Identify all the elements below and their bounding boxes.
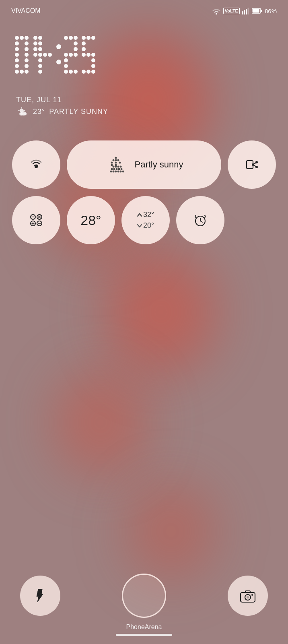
temp-low: 20°: [137, 220, 154, 231]
svg-point-85: [120, 166, 122, 168]
home-button[interactable]: [122, 574, 166, 618]
bottom-label: PhoneArena: [0, 623, 288, 631]
svg-point-35: [38, 70, 42, 74]
alarm-icon: [193, 213, 208, 228]
svg-point-92: [113, 171, 115, 173]
svg-point-37: [56, 60, 61, 64]
svg-point-76: [117, 159, 119, 161]
svg-point-84: [117, 166, 119, 168]
hotspot-icon: [28, 156, 45, 173]
svg-point-78: [115, 162, 117, 164]
svg-point-50: [74, 70, 78, 74]
current-temp: 28°: [80, 213, 101, 228]
weather-header-line: 23° PARTLY SUNNY: [16, 107, 272, 116]
camera-icon: [240, 588, 256, 604]
svg-point-24: [38, 36, 42, 40]
svg-point-89: [118, 168, 120, 170]
svg-point-18: [15, 64, 19, 68]
temp-header: 23°: [33, 107, 45, 116]
widget-row-1: Partly sunny: [12, 140, 276, 189]
flashlight-button[interactable]: [20, 576, 60, 616]
svg-point-95: [120, 171, 122, 173]
svg-point-74: [115, 159, 117, 161]
home-indicator: [116, 634, 172, 636]
svg-point-62: [86, 70, 91, 74]
svg-point-38: [64, 36, 68, 40]
svg-point-20: [15, 70, 19, 74]
alarm-widget[interactable]: [176, 196, 224, 244]
svg-point-25: [33, 41, 37, 45]
weather-widget[interactable]: Partly sunny: [67, 140, 221, 189]
svg-point-42: [74, 47, 78, 51]
camera-button[interactable]: [228, 576, 268, 616]
svg-point-17: [25, 58, 29, 62]
svg-point-27: [33, 47, 37, 51]
svg-point-96: [122, 171, 124, 173]
clock-display: [0, 18, 288, 88]
svg-point-60: [91, 64, 95, 68]
battery-percent: 86%: [265, 8, 277, 14]
svg-point-48: [64, 70, 68, 74]
bottom-actions: [0, 574, 288, 618]
svg-point-28: [38, 47, 42, 51]
wifi-icon: [212, 7, 221, 14]
svg-point-80: [111, 164, 113, 166]
apps-widget[interactable]: [12, 196, 60, 244]
svg-point-40: [74, 36, 78, 40]
svg-point-119: [251, 594, 253, 596]
svg-point-45: [74, 53, 78, 57]
temp-range: 32° 20°: [137, 209, 154, 231]
apps-icon: [28, 212, 45, 229]
svg-point-12: [15, 47, 19, 51]
weather-header-icon: [16, 107, 29, 116]
svg-point-56: [82, 53, 86, 57]
svg-point-73: [115, 157, 117, 159]
svg-point-43: [64, 53, 68, 57]
svg-point-29: [33, 53, 37, 57]
widgets-area: Partly sunny: [0, 116, 288, 244]
svg-point-71: [23, 113, 27, 116]
hotspot-widget[interactable]: [12, 140, 60, 189]
svg-point-101: [255, 166, 258, 168]
svg-rect-0: [242, 11, 243, 14]
svg-rect-1: [244, 10, 245, 14]
svg-point-86: [111, 168, 113, 170]
svg-rect-5: [252, 9, 259, 13]
svg-point-102: [252, 163, 254, 166]
temp-widget[interactable]: 28°: [67, 196, 115, 244]
svg-point-57: [86, 53, 91, 57]
carrier-label: VIVACOM: [11, 7, 41, 14]
bottom-bar: PhoneArena: [0, 574, 288, 644]
widget-row-2: 28° 32° 20°: [12, 196, 276, 244]
temp-range-widget[interactable]: 32° 20°: [121, 196, 170, 244]
svg-rect-6: [261, 10, 262, 12]
svg-point-53: [91, 36, 95, 40]
svg-point-118: [247, 596, 249, 599]
svg-point-14: [15, 53, 19, 57]
svg-rect-3: [247, 8, 249, 14]
svg-point-8: [20, 36, 24, 40]
svg-point-58: [91, 53, 95, 57]
svg-point-52: [86, 36, 91, 40]
share-widget[interactable]: [228, 140, 276, 189]
svg-point-33: [38, 58, 42, 62]
chevron-down-icon: [137, 224, 142, 228]
svg-point-10: [15, 41, 19, 45]
svg-point-91: [110, 171, 112, 173]
status-bar: VIVACOM VoLTE: [0, 0, 288, 18]
svg-point-94: [117, 171, 119, 173]
condition-header: PARTLY SUNNY: [49, 107, 108, 116]
svg-point-41: [74, 41, 78, 45]
temp-high: 32°: [137, 209, 154, 220]
svg-point-83: [115, 166, 117, 168]
svg-point-15: [25, 53, 29, 57]
svg-point-9: [25, 36, 29, 40]
svg-point-82: [113, 166, 115, 168]
svg-point-54: [82, 41, 86, 45]
date-line: TUE, JUL 11: [16, 96, 272, 104]
svg-rect-2: [246, 9, 247, 14]
svg-point-21: [20, 70, 24, 74]
svg-point-26: [38, 41, 42, 45]
status-icons: VoLTE 86%: [212, 7, 277, 14]
svg-point-90: [121, 168, 123, 170]
